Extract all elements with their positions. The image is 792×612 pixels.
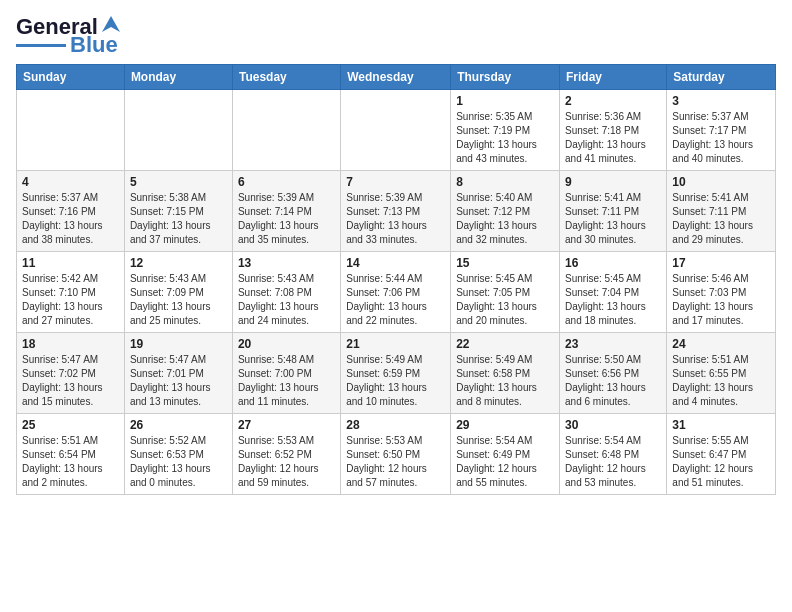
day-number: 16 [565,256,661,270]
weekday-header-wednesday: Wednesday [341,65,451,90]
day-number: 13 [238,256,335,270]
calendar-cell: 28Sunrise: 5:53 AM Sunset: 6:50 PM Dayli… [341,414,451,495]
calendar-cell: 3Sunrise: 5:37 AM Sunset: 7:17 PM Daylig… [667,90,776,171]
day-info: Sunrise: 5:47 AM Sunset: 7:02 PM Dayligh… [22,353,119,409]
logo-line [16,44,66,47]
day-number: 9 [565,175,661,189]
calendar-cell: 1Sunrise: 5:35 AM Sunset: 7:19 PM Daylig… [451,90,560,171]
weekday-header-saturday: Saturday [667,65,776,90]
day-number: 26 [130,418,227,432]
day-number: 14 [346,256,445,270]
calendar-cell: 30Sunrise: 5:54 AM Sunset: 6:48 PM Dayli… [560,414,667,495]
calendar-cell: 26Sunrise: 5:52 AM Sunset: 6:53 PM Dayli… [124,414,232,495]
page-header: General Blue [16,16,776,56]
calendar-cell: 16Sunrise: 5:45 AM Sunset: 7:04 PM Dayli… [560,252,667,333]
calendar-cell: 25Sunrise: 5:51 AM Sunset: 6:54 PM Dayli… [17,414,125,495]
calendar-cell: 10Sunrise: 5:41 AM Sunset: 7:11 PM Dayli… [667,171,776,252]
day-info: Sunrise: 5:41 AM Sunset: 7:11 PM Dayligh… [565,191,661,247]
calendar-week-1: 1Sunrise: 5:35 AM Sunset: 7:19 PM Daylig… [17,90,776,171]
day-info: Sunrise: 5:44 AM Sunset: 7:06 PM Dayligh… [346,272,445,328]
calendar-cell: 18Sunrise: 5:47 AM Sunset: 7:02 PM Dayli… [17,333,125,414]
day-info: Sunrise: 5:37 AM Sunset: 7:16 PM Dayligh… [22,191,119,247]
day-number: 19 [130,337,227,351]
day-info: Sunrise: 5:47 AM Sunset: 7:01 PM Dayligh… [130,353,227,409]
calendar-cell: 4Sunrise: 5:37 AM Sunset: 7:16 PM Daylig… [17,171,125,252]
day-info: Sunrise: 5:42 AM Sunset: 7:10 PM Dayligh… [22,272,119,328]
weekday-header-monday: Monday [124,65,232,90]
day-info: Sunrise: 5:46 AM Sunset: 7:03 PM Dayligh… [672,272,770,328]
day-number: 23 [565,337,661,351]
calendar-week-5: 25Sunrise: 5:51 AM Sunset: 6:54 PM Dayli… [17,414,776,495]
calendar-cell [124,90,232,171]
day-number: 8 [456,175,554,189]
day-info: Sunrise: 5:49 AM Sunset: 6:59 PM Dayligh… [346,353,445,409]
calendar-cell: 15Sunrise: 5:45 AM Sunset: 7:05 PM Dayli… [451,252,560,333]
calendar-cell: 13Sunrise: 5:43 AM Sunset: 7:08 PM Dayli… [232,252,340,333]
calendar-cell: 19Sunrise: 5:47 AM Sunset: 7:01 PM Dayli… [124,333,232,414]
calendar-cell: 20Sunrise: 5:48 AM Sunset: 7:00 PM Dayli… [232,333,340,414]
calendar-cell: 14Sunrise: 5:44 AM Sunset: 7:06 PM Dayli… [341,252,451,333]
calendar-table: SundayMondayTuesdayWednesdayThursdayFrid… [16,64,776,495]
day-number: 18 [22,337,119,351]
calendar-cell: 31Sunrise: 5:55 AM Sunset: 6:47 PM Dayli… [667,414,776,495]
day-number: 17 [672,256,770,270]
day-info: Sunrise: 5:40 AM Sunset: 7:12 PM Dayligh… [456,191,554,247]
day-info: Sunrise: 5:43 AM Sunset: 7:09 PM Dayligh… [130,272,227,328]
day-number: 5 [130,175,227,189]
calendar-cell: 27Sunrise: 5:53 AM Sunset: 6:52 PM Dayli… [232,414,340,495]
calendar-week-2: 4Sunrise: 5:37 AM Sunset: 7:16 PM Daylig… [17,171,776,252]
logo: General Blue [16,16,122,56]
day-info: Sunrise: 5:51 AM Sunset: 6:54 PM Dayligh… [22,434,119,490]
calendar-cell: 29Sunrise: 5:54 AM Sunset: 6:49 PM Dayli… [451,414,560,495]
calendar-cell: 2Sunrise: 5:36 AM Sunset: 7:18 PM Daylig… [560,90,667,171]
calendar-cell: 21Sunrise: 5:49 AM Sunset: 6:59 PM Dayli… [341,333,451,414]
logo-blue-text: Blue [70,34,118,56]
day-number: 3 [672,94,770,108]
weekday-header-sunday: Sunday [17,65,125,90]
day-info: Sunrise: 5:53 AM Sunset: 6:52 PM Dayligh… [238,434,335,490]
calendar-cell: 7Sunrise: 5:39 AM Sunset: 7:13 PM Daylig… [341,171,451,252]
day-number: 1 [456,94,554,108]
day-number: 29 [456,418,554,432]
day-info: Sunrise: 5:43 AM Sunset: 7:08 PM Dayligh… [238,272,335,328]
day-info: Sunrise: 5:38 AM Sunset: 7:15 PM Dayligh… [130,191,227,247]
day-number: 2 [565,94,661,108]
calendar-cell [17,90,125,171]
calendar-cell: 5Sunrise: 5:38 AM Sunset: 7:15 PM Daylig… [124,171,232,252]
calendar-cell [232,90,340,171]
day-info: Sunrise: 5:51 AM Sunset: 6:55 PM Dayligh… [672,353,770,409]
calendar-header-row: SundayMondayTuesdayWednesdayThursdayFrid… [17,65,776,90]
day-number: 10 [672,175,770,189]
weekday-header-friday: Friday [560,65,667,90]
day-info: Sunrise: 5:53 AM Sunset: 6:50 PM Dayligh… [346,434,445,490]
day-number: 24 [672,337,770,351]
day-info: Sunrise: 5:39 AM Sunset: 7:14 PM Dayligh… [238,191,335,247]
day-info: Sunrise: 5:35 AM Sunset: 7:19 PM Dayligh… [456,110,554,166]
day-info: Sunrise: 5:39 AM Sunset: 7:13 PM Dayligh… [346,191,445,247]
day-number: 12 [130,256,227,270]
day-info: Sunrise: 5:55 AM Sunset: 6:47 PM Dayligh… [672,434,770,490]
calendar-cell [341,90,451,171]
day-info: Sunrise: 5:52 AM Sunset: 6:53 PM Dayligh… [130,434,227,490]
day-info: Sunrise: 5:50 AM Sunset: 6:56 PM Dayligh… [565,353,661,409]
calendar-cell: 9Sunrise: 5:41 AM Sunset: 7:11 PM Daylig… [560,171,667,252]
day-number: 6 [238,175,335,189]
day-number: 4 [22,175,119,189]
calendar-cell: 6Sunrise: 5:39 AM Sunset: 7:14 PM Daylig… [232,171,340,252]
calendar-cell: 12Sunrise: 5:43 AM Sunset: 7:09 PM Dayli… [124,252,232,333]
day-info: Sunrise: 5:41 AM Sunset: 7:11 PM Dayligh… [672,191,770,247]
calendar-cell: 23Sunrise: 5:50 AM Sunset: 6:56 PM Dayli… [560,333,667,414]
calendar-week-4: 18Sunrise: 5:47 AM Sunset: 7:02 PM Dayli… [17,333,776,414]
day-number: 20 [238,337,335,351]
calendar-cell: 22Sunrise: 5:49 AM Sunset: 6:58 PM Dayli… [451,333,560,414]
day-info: Sunrise: 5:54 AM Sunset: 6:49 PM Dayligh… [456,434,554,490]
calendar-cell: 11Sunrise: 5:42 AM Sunset: 7:10 PM Dayli… [17,252,125,333]
weekday-header-thursday: Thursday [451,65,560,90]
day-number: 15 [456,256,554,270]
day-info: Sunrise: 5:48 AM Sunset: 7:00 PM Dayligh… [238,353,335,409]
day-info: Sunrise: 5:54 AM Sunset: 6:48 PM Dayligh… [565,434,661,490]
calendar-cell: 8Sunrise: 5:40 AM Sunset: 7:12 PM Daylig… [451,171,560,252]
day-info: Sunrise: 5:37 AM Sunset: 7:17 PM Dayligh… [672,110,770,166]
day-info: Sunrise: 5:45 AM Sunset: 7:05 PM Dayligh… [456,272,554,328]
day-number: 22 [456,337,554,351]
